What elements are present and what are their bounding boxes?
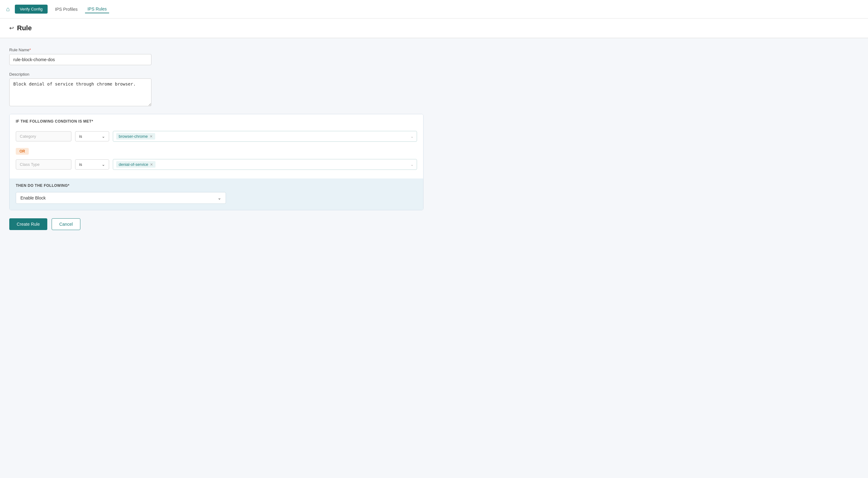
then-section: THEN DO THE FOLLOWING* Enable Block ⌄ — [9, 178, 423, 210]
rule-name-label: Rule Name* — [9, 47, 424, 52]
nav-ips-rules[interactable]: IPS Rules — [85, 5, 109, 13]
condition-tags-1: browser-chrome ✕ — [116, 133, 155, 140]
condition-operator-2[interactable]: is ⌄ — [75, 159, 109, 170]
back-arrow-icon[interactable]: ↩ — [9, 25, 14, 32]
verify-config-button[interactable]: Verify Config — [15, 5, 48, 13]
value-dropdown-arrow-2: ⌄ — [410, 163, 413, 167]
rule-name-group: Rule Name* — [9, 47, 424, 65]
nav-ips-profiles[interactable]: IPS Profiles — [53, 6, 80, 13]
create-rule-button[interactable]: Create Rule — [9, 218, 47, 230]
then-dropdown[interactable]: Enable Block ⌄ — [16, 192, 226, 204]
bottom-actions: Create Rule Cancel — [9, 218, 424, 236]
description-label: Description — [9, 72, 424, 76]
condition-operator-1[interactable]: is ⌄ — [75, 131, 109, 141]
or-badge: OR — [16, 148, 29, 155]
operator-value-2: is — [79, 162, 82, 167]
cancel-button[interactable]: Cancel — [52, 218, 81, 230]
condition-header: IF THE FOLLOWING CONDITION IS MET* — [9, 114, 423, 129]
tag-text-2: denial-of-service — [119, 162, 148, 167]
rule-name-input[interactable] — [9, 54, 152, 65]
condition-type-1: Category — [16, 131, 71, 141]
condition-section: IF THE FOLLOWING CONDITION IS MET* Categ… — [9, 114, 423, 178]
tag-close-1[interactable]: ✕ — [150, 134, 153, 139]
required-marker: * — [29, 47, 31, 52]
value-dropdown-arrow-1: ⌄ — [410, 134, 413, 139]
tag-text-1: browser-chrome — [119, 134, 148, 139]
tag-close-2[interactable]: ✕ — [150, 163, 153, 167]
then-chevron-icon: ⌄ — [218, 196, 221, 200]
top-nav: ⌂ Verify Config IPS Profiles IPS Rules — [0, 0, 868, 19]
tag-browser-chrome: browser-chrome ✕ — [116, 133, 155, 140]
home-icon[interactable]: ⌂ — [6, 6, 10, 13]
operator-chevron-1: ⌄ — [102, 134, 105, 139]
description-input[interactable]: Block denial of service through chrome b… — [9, 78, 152, 106]
condition-type-2: Class Type — [16, 159, 71, 170]
operator-value-1: is — [79, 134, 82, 139]
condition-value-container-1[interactable]: browser-chrome ✕ ⌄ — [113, 131, 417, 142]
tag-denial-of-service: denial-of-service ✕ — [116, 161, 155, 168]
condition-value-container-2[interactable]: denial-of-service ✕ ⌄ — [113, 159, 417, 170]
description-group: Description Block denial of service thro… — [9, 72, 424, 107]
page-title: Rule — [17, 24, 32, 32]
or-separator: OR — [9, 146, 423, 157]
operator-chevron-2: ⌄ — [102, 162, 105, 167]
then-dropdown-value: Enable Block — [21, 196, 46, 200]
main-content: Rule Name* Description Block denial of s… — [0, 38, 433, 245]
condition-row-2: Class Type is ⌄ denial-of-service ✕ ⌄ — [9, 157, 423, 174]
rule-section: IF THE FOLLOWING CONDITION IS MET* Categ… — [9, 114, 424, 210]
condition-row-1: Category is ⌄ browser-chrome ✕ ⌄ — [9, 129, 423, 146]
condition-tags-2: denial-of-service ✕ — [116, 161, 155, 168]
page-header: ↩ Rule — [0, 19, 868, 38]
then-header: THEN DO THE FOLLOWING* — [16, 183, 417, 188]
